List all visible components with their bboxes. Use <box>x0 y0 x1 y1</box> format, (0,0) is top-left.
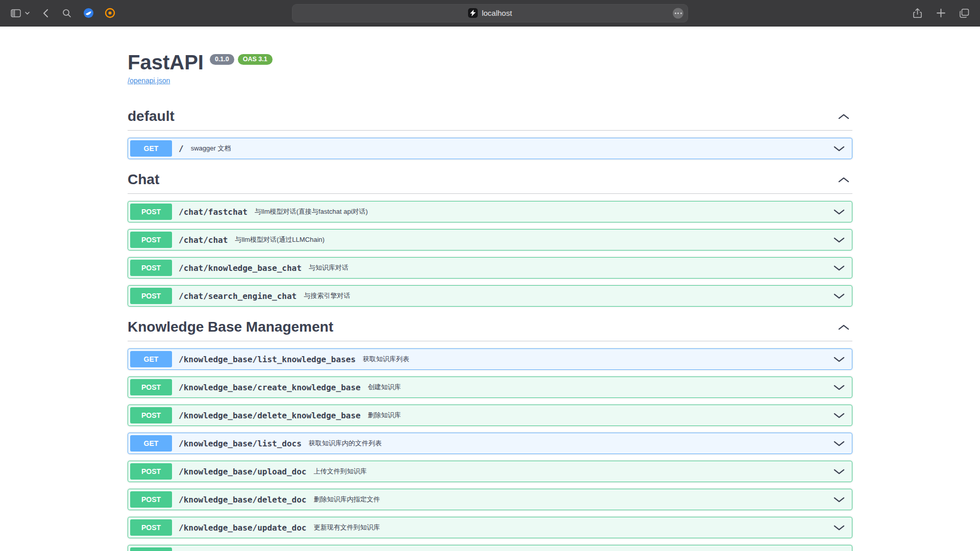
endpoint-row[interactable]: POST /chat/chat 与llm模型对话(通过LLMChain) <box>128 229 852 251</box>
openapi-spec-link[interactable]: /openapi.json <box>128 77 170 85</box>
http-method-badge: POST <box>130 379 172 395</box>
url-bar[interactable]: localhost <box>292 4 688 22</box>
expand-endpoint-button[interactable] <box>831 355 847 364</box>
endpoint-path: /knowledge_base/delete_doc <box>179 495 306 505</box>
app-icon-orange[interactable] <box>103 7 116 20</box>
swagger-page: FastAPI 0.1.0 OAS 3.1 /openapi.json defa… <box>0 27 980 551</box>
endpoint-row[interactable]: POST /knowledge_base/create_knowledge_ba… <box>128 377 852 398</box>
endpoint-row[interactable]: POST /chat/fastchat 与llm模型对话(直接与fastchat… <box>128 201 852 222</box>
app-icon-blue[interactable] <box>82 7 95 20</box>
section-header[interactable]: Knowledge Base Management <box>128 313 852 341</box>
endpoint-path: /chat/search_engine_chat <box>179 291 297 301</box>
tag-section: Knowledge Base Management GET /knowledge… <box>128 313 852 551</box>
tab-overview-icon[interactable] <box>958 7 971 20</box>
oas-badge: OAS 3.1 <box>238 54 273 65</box>
collapse-section-button[interactable] <box>835 175 852 185</box>
endpoint-summary: 删除知识库内指定文件 <box>313 495 380 504</box>
http-method-badge: GET <box>130 435 172 452</box>
endpoint-summary: swagger 文档 <box>191 144 231 153</box>
endpoint-path: /knowledge_base/upload_doc <box>179 467 306 477</box>
http-method-badge: POST <box>130 547 172 551</box>
endpoint-row[interactable]: POST /knowledge_base/delete_doc 删除知识库内指定… <box>128 489 852 510</box>
expand-endpoint-button[interactable] <box>831 383 847 392</box>
endpoint-row[interactable]: POST /chat/search_engine_chat 与搜索引擎对话 <box>128 285 852 307</box>
endpoint-summary: 与llm模型对话(通过LLMChain) <box>235 235 325 244</box>
expand-endpoint-button[interactable] <box>831 495 847 505</box>
section-title: default <box>128 108 175 125</box>
endpoint-path: /knowledge_base/create_knowledge_base <box>179 383 360 392</box>
endpoint-summary: 获取知识库内的文件列表 <box>309 439 382 448</box>
section-header[interactable]: Chat <box>128 166 852 194</box>
endpoint-row[interactable]: POST /knowledge_base/delete_knowledge_ba… <box>128 405 852 426</box>
endpoint-summary: 更新现有文件到知识库 <box>313 523 380 532</box>
new-tab-button[interactable] <box>934 7 947 20</box>
http-method-badge: POST <box>130 519 172 536</box>
endpoint-row[interactable]: GET /knowledge_base/list_knowledge_bases… <box>128 348 852 370</box>
expand-endpoint-button[interactable] <box>831 263 847 273</box>
http-method-badge: POST <box>130 491 172 508</box>
share-icon[interactable] <box>911 7 924 20</box>
endpoint-path: /knowledge_base/list_knowledge_bases <box>179 355 356 364</box>
api-sections: default GET / swagger 文档 Chat <box>128 103 852 551</box>
collapse-section-button[interactable] <box>835 112 852 121</box>
back-button[interactable] <box>39 7 52 20</box>
expand-endpoint-button[interactable] <box>831 207 847 217</box>
http-method-badge: POST <box>130 407 172 423</box>
search-icon[interactable] <box>60 7 74 20</box>
expand-endpoint-button[interactable] <box>831 523 847 533</box>
endpoint-summary: 获取知识库列表 <box>363 355 409 364</box>
endpoint-row[interactable]: POST /knowledge_base/upload_doc 上传文件到知识库 <box>128 461 852 482</box>
page-menu-icon[interactable] <box>673 8 683 18</box>
section-title: Chat <box>128 171 159 188</box>
version-badge: 0.1.0 <box>210 54 234 65</box>
http-method-badge: GET <box>130 140 172 157</box>
endpoint-path: / <box>179 144 184 154</box>
endpoint-row[interactable]: POST /knowledge_base/update_doc 更新现有文件到知… <box>128 517 852 538</box>
expand-endpoint-button[interactable] <box>831 467 847 477</box>
page-title: FastAPI <box>128 50 204 74</box>
http-method-badge: POST <box>130 204 172 220</box>
endpoint-summary: 与搜索引擎对话 <box>304 291 350 300</box>
endpoint-row[interactable]: GET /knowledge_base/list_docs 获取知识库内的文件列… <box>128 433 852 454</box>
section-header[interactable]: default <box>128 103 852 131</box>
http-method-badge: POST <box>130 260 172 276</box>
http-method-badge: GET <box>130 351 172 367</box>
endpoint-path: /knowledge_base/update_doc <box>179 523 306 533</box>
endpoint-path: /knowledge_base/delete_knowledge_base <box>179 411 360 420</box>
expand-endpoint-button[interactable] <box>831 439 847 448</box>
http-method-badge: POST <box>130 288 172 304</box>
site-favicon-icon <box>468 8 478 18</box>
endpoint-summary: 创建知识库 <box>368 383 401 392</box>
http-method-badge: POST <box>130 463 172 480</box>
endpoint-row[interactable]: POST /knowledge_base/recreate_vector_sto… <box>128 545 852 551</box>
endpoint-path: /knowledge_base/list_docs <box>179 439 302 448</box>
browser-toolbar: localhost <box>0 0 980 27</box>
http-method-badge: POST <box>130 232 172 248</box>
expand-endpoint-button[interactable] <box>831 411 847 420</box>
endpoint-summary: 上传文件到知识库 <box>313 467 366 476</box>
endpoint-summary: 与llm模型对话(直接与fastchat api对话) <box>255 207 368 216</box>
endpoint-path: /chat/chat <box>179 235 228 245</box>
tag-section: default GET / swagger 文档 <box>128 103 852 159</box>
sidebar-toggle-button[interactable] <box>9 7 22 20</box>
tab-groups-chevron-icon[interactable] <box>23 7 31 20</box>
tag-section: Chat POST /chat/fastchat 与llm模型对话(直接与fas… <box>128 166 852 307</box>
expand-endpoint-button[interactable] <box>831 235 847 245</box>
endpoint-row[interactable]: GET / swagger 文档 <box>128 138 852 159</box>
expand-endpoint-button[interactable] <box>831 144 847 154</box>
url-text: localhost <box>482 9 512 17</box>
collapse-section-button[interactable] <box>835 322 852 332</box>
endpoint-row[interactable]: POST /chat/knowledge_base_chat 与知识库对话 <box>128 257 852 279</box>
endpoint-summary: 与知识库对话 <box>309 263 349 272</box>
section-title: Knowledge Base Management <box>128 318 333 336</box>
expand-endpoint-button[interactable] <box>831 291 847 301</box>
endpoint-summary: 删除知识库 <box>368 411 401 420</box>
api-info: FastAPI 0.1.0 OAS 3.1 /openapi.json <box>128 27 852 103</box>
endpoint-path: /chat/fastchat <box>179 207 248 217</box>
endpoint-path: /chat/knowledge_base_chat <box>179 263 302 273</box>
